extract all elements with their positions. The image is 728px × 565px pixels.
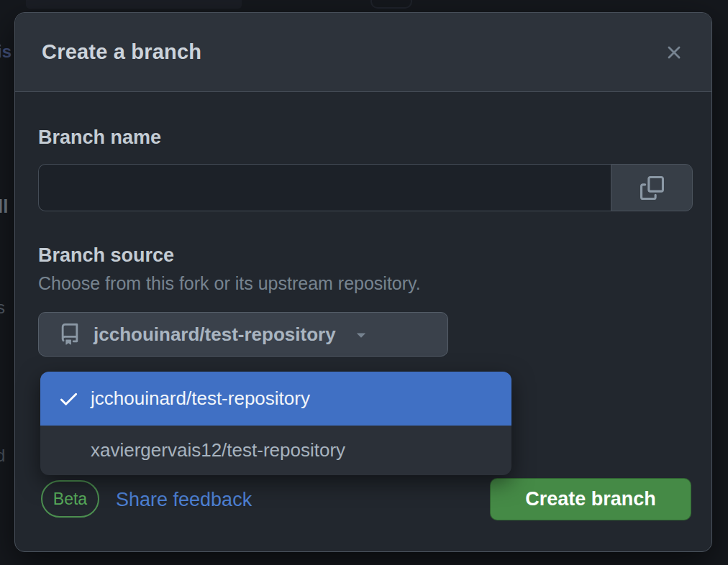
dialog-title: Create a branch (42, 40, 658, 64)
repo-icon (59, 323, 81, 345)
branch-name-input[interactable] (38, 164, 611, 211)
background-text-fragment: d (0, 446, 5, 466)
background-text-fragment: ll (0, 196, 8, 218)
dialog-header: Create a branch (15, 13, 711, 92)
branch-source-selected-value: jcchouinard/test-repository (94, 323, 336, 346)
check-icon (58, 387, 80, 410)
branch-name-input-group (38, 164, 693, 211)
copy-button[interactable] (611, 164, 693, 211)
create-branch-dialog: Create a branch Branch name Branch sourc… (14, 12, 712, 552)
menu-option-label: jcchouinard/test-repository (91, 387, 310, 410)
branch-name-label: Branch name (38, 127, 161, 149)
close-icon (663, 42, 685, 63)
close-button[interactable] (658, 37, 690, 68)
branch-source-menu: jcchouinard/test-repository xaviergervai… (40, 372, 511, 475)
triangle-down-icon (352, 325, 370, 344)
create-branch-button[interactable]: Create branch (490, 478, 691, 520)
branch-source-select[interactable]: jcchouinard/test-repository (38, 312, 448, 357)
background-heading-ghost (26, 0, 242, 9)
copy-icon (640, 176, 664, 200)
branch-source-description: Choose from this fork or its upstream re… (38, 273, 421, 294)
beta-badge: Beta (41, 480, 99, 518)
branch-source-label: Branch source (38, 244, 174, 267)
share-feedback-link[interactable]: Share feedback (116, 489, 252, 511)
background-badge-ghost (370, 0, 412, 9)
menu-option-label: xaviergervais12/test-repository (91, 439, 345, 461)
background-text-fragment: s (0, 298, 5, 318)
background-text-fragment: is (0, 42, 12, 62)
menu-option-xaviergervais12[interactable]: xaviergervais12/test-repository (40, 426, 511, 475)
menu-option-jcchouinard[interactable]: jcchouinard/test-repository (40, 372, 511, 426)
